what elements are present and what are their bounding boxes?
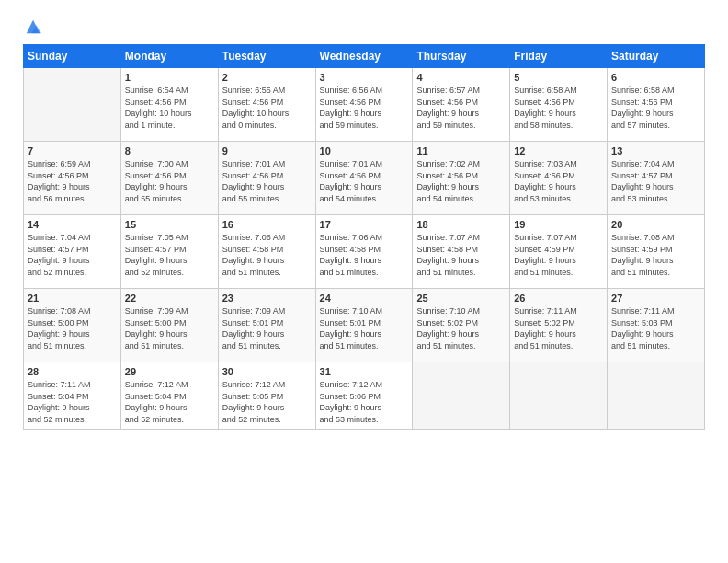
day-number: 11: [416, 145, 506, 156]
calendar-cell: 13Sunrise: 7:04 AMSunset: 4:57 PMDayligh…: [608, 142, 705, 215]
day-number: 30: [222, 366, 312, 377]
day-number: 20: [611, 219, 700, 230]
calendar-cell: 29Sunrise: 7:12 AMSunset: 5:04 PMDayligh…: [120, 362, 218, 430]
day-info: Sunrise: 7:06 AMSunset: 4:58 PMDaylight:…: [222, 232, 312, 278]
calendar-cell: 28Sunrise: 7:11 AMSunset: 5:04 PMDayligh…: [24, 362, 121, 430]
calendar-cell: 12Sunrise: 7:03 AMSunset: 4:56 PMDayligh…: [510, 142, 608, 215]
calendar-week-3: 21Sunrise: 7:08 AMSunset: 5:00 PMDayligh…: [24, 289, 705, 362]
day-number: 27: [611, 293, 700, 304]
day-info: Sunrise: 6:58 AMSunset: 4:56 PMDaylight:…: [514, 85, 603, 131]
calendar-header-thursday: Thursday: [413, 45, 510, 68]
calendar-week-1: 7Sunrise: 6:59 AMSunset: 4:56 PMDaylight…: [24, 142, 705, 215]
day-info: Sunrise: 7:10 AMSunset: 5:01 PMDaylight:…: [320, 305, 409, 351]
day-number: 16: [222, 219, 312, 230]
calendar-cell: 8Sunrise: 7:00 AMSunset: 4:56 PMDaylight…: [120, 142, 218, 215]
day-number: 13: [611, 145, 700, 156]
day-number: 19: [514, 219, 603, 230]
calendar-header-row: SundayMondayTuesdayWednesdayThursdayFrid…: [24, 45, 705, 68]
calendar-header-tuesday: Tuesday: [218, 45, 315, 68]
day-number: 26: [514, 293, 603, 304]
day-info: Sunrise: 7:04 AMSunset: 4:57 PMDaylight:…: [28, 232, 117, 278]
day-info: Sunrise: 7:03 AMSunset: 4:56 PMDaylight:…: [514, 158, 603, 204]
day-number: 10: [320, 145, 409, 156]
logo-icon: [25, 18, 41, 35]
day-info: Sunrise: 7:02 AMSunset: 4:56 PMDaylight:…: [416, 158, 506, 204]
day-number: 2: [222, 72, 312, 83]
page: SundayMondayTuesdayWednesdayThursdayFrid…: [0, 0, 728, 563]
day-info: Sunrise: 6:56 AMSunset: 4:56 PMDaylight:…: [320, 85, 409, 131]
day-number: 1: [125, 72, 214, 83]
day-info: Sunrise: 7:07 AMSunset: 4:59 PMDaylight:…: [514, 232, 603, 278]
day-number: 6: [611, 72, 700, 83]
day-number: 9: [222, 145, 312, 156]
day-info: Sunrise: 7:09 AMSunset: 5:00 PMDaylight:…: [125, 305, 214, 351]
calendar-week-0: 1Sunrise: 6:54 AMSunset: 4:56 PMDaylight…: [24, 68, 705, 142]
day-number: 18: [416, 219, 506, 230]
calendar-cell: 21Sunrise: 7:08 AMSunset: 5:00 PMDayligh…: [24, 289, 121, 362]
calendar-cell: 1Sunrise: 6:54 AMSunset: 4:56 PMDaylight…: [120, 68, 218, 142]
calendar-cell: 26Sunrise: 7:11 AMSunset: 5:02 PMDayligh…: [510, 289, 608, 362]
day-info: Sunrise: 7:09 AMSunset: 5:01 PMDaylight:…: [222, 305, 312, 351]
calendar-cell: 5Sunrise: 6:58 AMSunset: 4:56 PMDaylight…: [510, 68, 608, 142]
calendar-cell: 4Sunrise: 6:57 AMSunset: 4:56 PMDaylight…: [413, 68, 510, 142]
logo: [23, 18, 41, 35]
day-number: 25: [416, 293, 506, 304]
calendar-cell: 22Sunrise: 7:09 AMSunset: 5:00 PMDayligh…: [120, 289, 218, 362]
calendar-cell: 30Sunrise: 7:12 AMSunset: 5:05 PMDayligh…: [218, 362, 315, 430]
calendar-cell: 10Sunrise: 7:01 AMSunset: 4:56 PMDayligh…: [315, 142, 413, 215]
day-info: Sunrise: 7:08 AMSunset: 4:59 PMDaylight:…: [611, 232, 700, 278]
calendar-header-saturday: Saturday: [608, 45, 705, 68]
day-number: 24: [320, 293, 409, 304]
day-number: 17: [320, 219, 409, 230]
day-info: Sunrise: 6:58 AMSunset: 4:56 PMDaylight:…: [611, 85, 700, 131]
calendar-header-wednesday: Wednesday: [315, 45, 413, 68]
calendar-week-2: 14Sunrise: 7:04 AMSunset: 4:57 PMDayligh…: [24, 215, 705, 289]
day-info: Sunrise: 7:04 AMSunset: 4:57 PMDaylight:…: [611, 158, 700, 204]
day-info: Sunrise: 7:12 AMSunset: 5:05 PMDaylight:…: [222, 379, 312, 425]
day-number: 7: [28, 145, 117, 156]
calendar-cell: 25Sunrise: 7:10 AMSunset: 5:02 PMDayligh…: [413, 289, 510, 362]
calendar-cell: 20Sunrise: 7:08 AMSunset: 4:59 PMDayligh…: [608, 215, 705, 289]
calendar-cell: 23Sunrise: 7:09 AMSunset: 5:01 PMDayligh…: [218, 289, 315, 362]
day-info: Sunrise: 7:10 AMSunset: 5:02 PMDaylight:…: [416, 305, 506, 351]
header: [23, 18, 705, 35]
day-info: Sunrise: 7:11 AMSunset: 5:03 PMDaylight:…: [611, 305, 700, 351]
day-number: 14: [28, 219, 117, 230]
calendar-header-friday: Friday: [510, 45, 608, 68]
calendar-cell: 17Sunrise: 7:06 AMSunset: 4:58 PMDayligh…: [315, 215, 413, 289]
day-info: Sunrise: 7:11 AMSunset: 5:04 PMDaylight:…: [28, 379, 117, 425]
calendar-cell: 6Sunrise: 6:58 AMSunset: 4:56 PMDaylight…: [608, 68, 705, 142]
calendar-cell: 11Sunrise: 7:02 AMSunset: 4:56 PMDayligh…: [413, 142, 510, 215]
calendar-cell: 31Sunrise: 7:12 AMSunset: 5:06 PMDayligh…: [315, 362, 413, 430]
day-info: Sunrise: 6:57 AMSunset: 4:56 PMDaylight:…: [416, 85, 506, 131]
day-number: 12: [514, 145, 603, 156]
day-number: 23: [222, 293, 312, 304]
day-number: 28: [28, 366, 117, 377]
calendar-cell: [608, 362, 705, 430]
day-number: 29: [125, 366, 214, 377]
calendar-cell: [510, 362, 608, 430]
calendar-cell: 24Sunrise: 7:10 AMSunset: 5:01 PMDayligh…: [315, 289, 413, 362]
day-info: Sunrise: 7:06 AMSunset: 4:58 PMDaylight:…: [320, 232, 409, 278]
day-info: Sunrise: 7:01 AMSunset: 4:56 PMDaylight:…: [222, 158, 312, 204]
day-info: Sunrise: 7:12 AMSunset: 5:04 PMDaylight:…: [125, 379, 214, 425]
calendar-cell: 16Sunrise: 7:06 AMSunset: 4:58 PMDayligh…: [218, 215, 315, 289]
calendar-cell: 9Sunrise: 7:01 AMSunset: 4:56 PMDaylight…: [218, 142, 315, 215]
day-number: 5: [514, 72, 603, 83]
calendar-week-4: 28Sunrise: 7:11 AMSunset: 5:04 PMDayligh…: [24, 362, 705, 430]
day-info: Sunrise: 7:11 AMSunset: 5:02 PMDaylight:…: [514, 305, 603, 351]
day-info: Sunrise: 6:54 AMSunset: 4:56 PMDaylight:…: [125, 85, 214, 131]
day-info: Sunrise: 7:05 AMSunset: 4:57 PMDaylight:…: [125, 232, 214, 278]
calendar-cell: [413, 362, 510, 430]
calendar-cell: 3Sunrise: 6:56 AMSunset: 4:56 PMDaylight…: [315, 68, 413, 142]
calendar-cell: 18Sunrise: 7:07 AMSunset: 4:58 PMDayligh…: [413, 215, 510, 289]
calendar-cell: 14Sunrise: 7:04 AMSunset: 4:57 PMDayligh…: [24, 215, 121, 289]
day-number: 4: [416, 72, 506, 83]
day-info: Sunrise: 7:08 AMSunset: 5:00 PMDaylight:…: [28, 305, 117, 351]
calendar-header-monday: Monday: [120, 45, 218, 68]
day-info: Sunrise: 7:12 AMSunset: 5:06 PMDaylight:…: [320, 379, 409, 425]
day-number: 31: [320, 366, 409, 377]
day-number: 22: [125, 293, 214, 304]
calendar-cell: 27Sunrise: 7:11 AMSunset: 5:03 PMDayligh…: [608, 289, 705, 362]
day-number: 3: [320, 72, 409, 83]
